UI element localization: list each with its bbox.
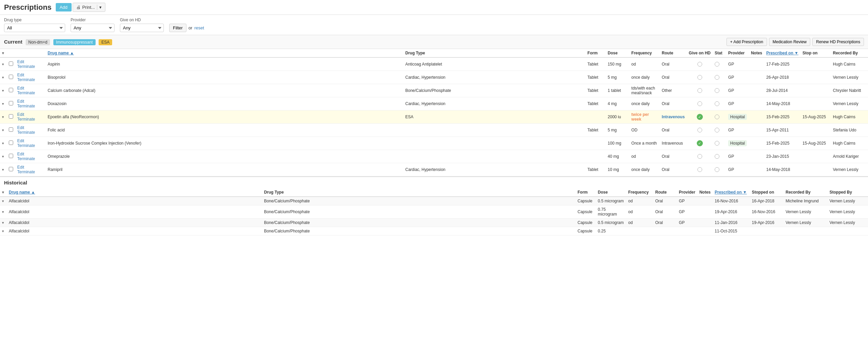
row-expand-icon[interactable]: ▾ <box>0 71 7 84</box>
row-expand-icon[interactable]: ▾ <box>0 137 7 150</box>
medication-review-button[interactable]: Medication Review <box>769 38 811 46</box>
edit-link[interactable]: Edit <box>17 139 24 143</box>
prescribed-on-cell: 15-Feb-2025 <box>764 137 800 150</box>
hist-col-header-dose: Dose <box>596 188 626 197</box>
hist-row-expand-icon[interactable]: ▾ <box>0 227 7 235</box>
drug-name-sort-link[interactable]: Drug name ▲ <box>48 51 74 55</box>
terminate-link[interactable]: Terminate <box>17 143 35 148</box>
hist-drug-name-sort-link[interactable]: Drug name ▲ <box>9 190 35 195</box>
hist-frequency-cell: od <box>626 219 653 227</box>
stat-radio <box>715 154 719 159</box>
terminate-link[interactable]: Terminate <box>17 64 35 69</box>
give-on-hd-radio <box>697 167 702 172</box>
dose-cell: 100 mg <box>606 137 629 150</box>
give-on-hd-cell <box>687 163 713 176</box>
hist-expand-all-icon[interactable]: ▾ <box>2 190 4 195</box>
prescribed-on-sort-link[interactable]: Prescribed on ▼ <box>766 51 798 55</box>
add-button[interactable]: Add <box>56 3 72 11</box>
col-header-stop-on: Stop on <box>800 49 831 57</box>
row-checkbox[interactable] <box>9 167 13 171</box>
hist-col-header-provider: Provider <box>677 188 697 197</box>
filter-button[interactable]: Filter <box>169 24 186 32</box>
hist-provider-cell: GP <box>677 205 697 219</box>
historical-table-row: ▾ Alfacalcidol Bone/Calcium/Phosphate Ca… <box>0 219 868 227</box>
dose-cell: 150 mg <box>606 57 629 71</box>
drug-type-cell: Anticoag Antiplatelet <box>403 57 585 71</box>
stat-radio <box>715 62 719 67</box>
edit-link[interactable]: Edit <box>17 86 24 91</box>
hist-row-expand-icon[interactable]: ▾ <box>0 197 7 205</box>
row-checkbox-cell[interactable] <box>7 84 15 97</box>
row-expand-icon[interactable]: ▾ <box>0 163 7 176</box>
edit-link[interactable]: Edit <box>17 112 24 117</box>
row-checkbox[interactable] <box>9 154 13 158</box>
row-checkbox-cell[interactable] <box>7 163 15 176</box>
row-actions-cell: Edit Terminate <box>15 110 46 124</box>
renew-hd-button[interactable]: Renew HD Prescriptions <box>812 38 864 46</box>
row-expand-icon[interactable]: ▾ <box>0 110 7 124</box>
hist-row-expand-icon[interactable]: ▾ <box>0 205 7 219</box>
frequency-cell: once daily <box>629 97 660 110</box>
print-button[interactable]: 🖨 Print... ▾ <box>73 3 105 12</box>
row-checkbox-cell[interactable] <box>7 137 15 150</box>
terminate-link[interactable]: Terminate <box>17 156 35 161</box>
hist-notes-cell <box>697 227 713 235</box>
give-on-hd-check: ✓ <box>697 140 703 146</box>
route-cell: Oral <box>660 124 687 137</box>
row-checkbox-cell[interactable] <box>7 71 15 84</box>
terminate-link[interactable]: Terminate <box>17 170 35 174</box>
terminate-link[interactable]: Terminate <box>17 77 35 82</box>
edit-link[interactable]: Edit <box>17 73 24 77</box>
give-on-hd-select[interactable]: Any Yes No <box>120 24 164 32</box>
stop-on-cell <box>800 97 831 110</box>
row-checkbox[interactable] <box>9 61 13 66</box>
print-caret-icon[interactable]: ▾ <box>97 5 102 10</box>
recorded-by-cell: Hugh Cairns <box>831 137 868 150</box>
hist-col-header-drug-name: Drug name ▲ <box>7 188 262 197</box>
row-checkbox[interactable] <box>9 127 13 132</box>
row-checkbox-cell[interactable] <box>7 57 15 71</box>
reset-link[interactable]: reset <box>194 25 204 30</box>
hist-row-expand-icon[interactable]: ▾ <box>0 219 7 227</box>
tag-esa: ESA <box>99 39 112 45</box>
row-expand-icon[interactable]: ▾ <box>0 150 7 163</box>
add-prescription-button[interactable]: + Add Prescription <box>726 38 767 46</box>
row-checkbox-cell[interactable] <box>7 124 15 137</box>
drug-type-select[interactable]: All Anticoag Antiplatelet Bone/Calcium/P… <box>4 24 65 32</box>
edit-link[interactable]: Edit <box>17 125 24 130</box>
row-expand-icon[interactable]: ▾ <box>0 57 7 71</box>
stat-radio <box>715 115 719 119</box>
hist-prescribed-on-cell: 11-Oct-2015 <box>713 227 750 235</box>
page-title: Prescriptions <box>4 3 52 12</box>
provider-select[interactable]: Any GP Hospital <box>71 24 114 32</box>
give-on-hd-radio <box>697 62 702 67</box>
row-expand-icon[interactable]: ▾ <box>0 124 7 137</box>
row-checkbox[interactable] <box>9 101 13 105</box>
row-checkbox[interactable] <box>9 114 13 119</box>
row-checkbox[interactable] <box>9 75 13 79</box>
row-expand-icon[interactable]: ▾ <box>0 84 7 97</box>
terminate-link[interactable]: Terminate <box>17 130 35 135</box>
frequency-cell: OD <box>629 124 660 137</box>
row-checkbox[interactable] <box>9 88 13 92</box>
drug-type-cell: Cardiac, Hypertension <box>403 163 585 176</box>
hist-notes-cell <box>697 219 713 227</box>
give-on-hd-label: Give on HD <box>120 18 164 22</box>
terminate-link[interactable]: Terminate <box>17 91 35 95</box>
row-checkbox-cell[interactable] <box>7 150 15 163</box>
hist-prescribed-on-sort-link[interactable]: Prescribed on ▼ <box>715 190 747 195</box>
terminate-link[interactable]: Terminate <box>17 104 35 108</box>
terminate-link[interactable]: Terminate <box>17 117 35 122</box>
col-header-actions <box>15 49 46 57</box>
prescribed-on-cell: 23-Jan-2015 <box>764 150 800 163</box>
edit-link[interactable]: Edit <box>17 152 24 156</box>
row-expand-icon[interactable]: ▾ <box>0 97 7 110</box>
edit-link[interactable]: Edit <box>17 99 24 104</box>
row-checkbox[interactable] <box>9 141 13 145</box>
row-checkbox-cell[interactable] <box>7 110 15 124</box>
edit-link[interactable]: Edit <box>17 59 24 64</box>
row-checkbox-cell[interactable] <box>7 97 15 110</box>
expand-all-icon[interactable]: ▾ <box>2 51 4 55</box>
hist-recorded-by-cell <box>784 227 827 235</box>
edit-link[interactable]: Edit <box>17 165 24 170</box>
